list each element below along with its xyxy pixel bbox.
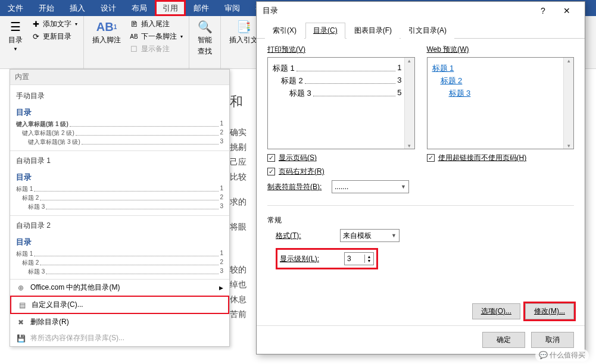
- remove-toc-menuitem[interactable]: ✖删除目录(R): [10, 314, 229, 330]
- custom-toc-menuitem[interactable]: ▤自定义目录(C)...: [10, 296, 229, 314]
- tab-file[interactable]: 文件: [0, 0, 31, 16]
- tab-design[interactable]: 设计: [93, 0, 124, 16]
- manual-toc-option[interactable]: 手动目录: [16, 89, 223, 103]
- insert-endnote-icon: 🖹: [129, 20, 139, 29]
- insert-endnote-button[interactable]: 🖹插入尾注: [128, 18, 184, 30]
- dialog-tabs: 索引(X) 目录(C) 图表目录(F) 引文目录(A): [257, 20, 585, 39]
- toc-icon: ☰: [8, 20, 23, 34]
- web-link-h3[interactable]: 标题 3: [432, 88, 561, 99]
- more-office-toc[interactable]: ⊕Office.com 中的其他目录(M)▶: [10, 280, 229, 296]
- web-preview-label: Web 预览(W): [427, 45, 575, 55]
- show-page-numbers-checkbox[interactable]: ✓显示页码(S): [267, 153, 415, 163]
- dropdown-builtin-header: 内置: [10, 70, 229, 85]
- add-text-button[interactable]: ✚添加文字▾: [30, 18, 79, 30]
- dialog-title: 目录: [263, 5, 278, 16]
- tab-references[interactable]: 引用: [155, 0, 186, 16]
- help-button[interactable]: ?: [531, 6, 555, 15]
- search-icon: 🔍: [198, 20, 212, 34]
- scrollbar[interactable]: ▴▾: [563, 58, 573, 149]
- web-link-h1[interactable]: 标题 1: [432, 63, 561, 74]
- next-footnote-icon: AB: [129, 32, 139, 42]
- update-toc-button[interactable]: ⟳更新目录: [30, 31, 79, 42]
- toc-preview-title: 目录: [16, 107, 223, 118]
- tab-index[interactable]: 索引(X): [265, 23, 304, 39]
- show-levels-spinbox[interactable]: 3 ▲▼: [344, 252, 374, 265]
- toc-dialog: 目录 ? ✕ 索引(X) 目录(C) 图表目录(F) 引文目录(A) 打印预览(…: [256, 1, 585, 354]
- document-background: 和 确实 挑剔 己应 比较 求的 将眼 较的 绰也 休息 苦前: [230, 70, 246, 324]
- toc-dropdown: 内置 手动目录 目录 键入章标题(第 1 级)1 键入章标题(第 2 级)2 键…: [10, 69, 230, 347]
- globe-icon: ⊕: [16, 283, 26, 293]
- save-icon: 💾: [16, 334, 26, 343]
- chevron-down-icon: ▼: [13, 46, 18, 52]
- tab-leader-label: 制表符前导符(B):: [267, 182, 327, 192]
- watermark: 💬 什么值得买: [535, 349, 589, 362]
- format-combo[interactable]: 来自模板▼: [340, 229, 400, 242]
- tab-mail[interactable]: 邮件: [186, 0, 217, 16]
- remove-icon: ✖: [16, 318, 26, 327]
- tab-insert[interactable]: 插入: [62, 0, 93, 16]
- tab-authorities[interactable]: 引文目录(A): [401, 23, 454, 39]
- toc-preview-title-2: 目录: [16, 172, 223, 183]
- cancel-button[interactable]: 取消: [531, 332, 574, 348]
- checkbox-icon: ✓: [267, 168, 275, 175]
- tab-layout[interactable]: 布局: [124, 0, 155, 16]
- show-levels-label: 显示级别(L):: [280, 254, 339, 264]
- toc-button[interactable]: ☰ 目录 ▼: [5, 18, 26, 66]
- ok-button[interactable]: 确定: [482, 332, 525, 348]
- show-footnotes-button: ☐显示备注: [128, 43, 184, 55]
- toc-preview-title-3: 目录: [16, 237, 223, 247]
- tab-leader-combo[interactable]: .......▼: [332, 180, 409, 193]
- show-footnotes-icon: ☐: [129, 45, 139, 54]
- ab-icon: AB1: [99, 20, 114, 34]
- spin-down-icon[interactable]: ▼: [365, 259, 373, 263]
- spin-up-icon[interactable]: ▲: [365, 255, 373, 259]
- auto-toc-1-option[interactable]: 自动目录 1: [16, 153, 223, 168]
- auto-toc-2-option[interactable]: 自动目录 2: [16, 218, 223, 233]
- use-hyperlinks-checkbox[interactable]: ✓使用超链接而不使用页码(H): [427, 153, 575, 163]
- next-footnote-button[interactable]: AB下一条脚注▾: [128, 31, 184, 42]
- web-preview-box: 标题 1 标题 2 标题 3 ▴▾: [427, 57, 575, 149]
- tab-toc[interactable]: 目录(C): [305, 23, 345, 39]
- tab-figures[interactable]: 图表目录(F): [347, 23, 400, 39]
- document-icon: ▤: [17, 300, 27, 310]
- toc-label: 目录: [8, 35, 23, 45]
- web-link-h2[interactable]: 标题 2: [432, 76, 561, 86]
- smart-lookup-button[interactable]: 🔍 智能 查找: [194, 18, 216, 66]
- add-text-icon: ✚: [31, 20, 40, 29]
- citation-icon: 📑: [236, 20, 251, 34]
- checkbox-icon: ✓: [267, 154, 275, 162]
- right-align-checkbox[interactable]: ✓页码右对齐(R): [267, 167, 415, 177]
- insert-footnote-button[interactable]: AB1 插入脚注: [89, 18, 124, 66]
- insert-footnote-label: 插入脚注: [92, 35, 121, 45]
- close-button[interactable]: ✕: [555, 6, 579, 15]
- modify-button[interactable]: 修改(M)...: [525, 303, 574, 319]
- options-button[interactable]: 选项(O)...: [472, 303, 520, 319]
- tab-home[interactable]: 开始: [31, 0, 62, 16]
- save-toc-menuitem: 💾将所选内容保存到目录库(S)...: [10, 330, 229, 346]
- general-legend: 常规: [267, 215, 574, 225]
- print-preview-box: 标题 11 标题 23 标题 35 ▴▾: [267, 57, 415, 149]
- print-preview-label: 打印预览(V): [267, 45, 415, 55]
- update-toc-icon: ⟳: [31, 32, 40, 42]
- scrollbar[interactable]: ▴▾: [404, 58, 414, 149]
- chevron-down-icon: ▼: [401, 184, 406, 190]
- format-label: 格式(T):: [276, 231, 335, 241]
- checkbox-icon: ✓: [427, 154, 435, 162]
- chevron-down-icon: ▼: [391, 233, 397, 239]
- tab-review[interactable]: 审阅: [217, 0, 248, 16]
